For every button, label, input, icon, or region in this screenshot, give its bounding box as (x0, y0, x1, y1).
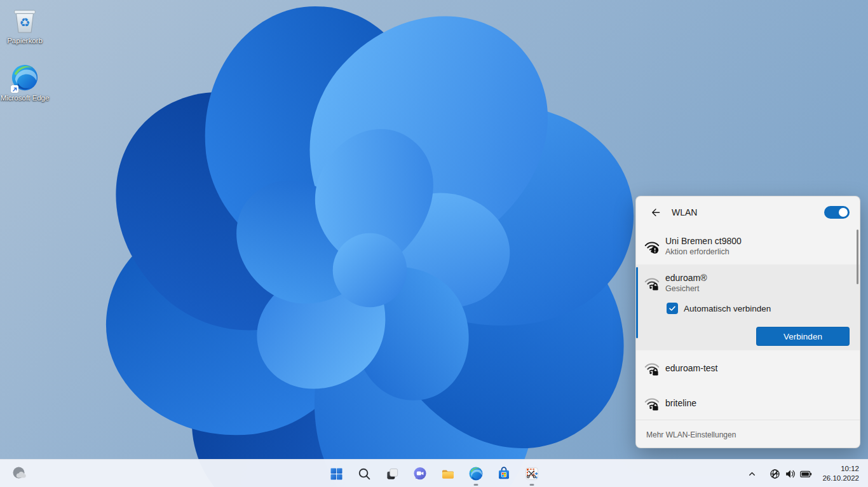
tray-overflow-button[interactable] (743, 465, 761, 483)
chat-button[interactable] (407, 461, 433, 486)
connect-button[interactable]: Verbinden (756, 327, 850, 346)
edge-icon (468, 466, 484, 481)
recycle-bin-icon: ♻ (10, 5, 40, 36)
back-arrow-icon (650, 207, 661, 218)
network-name: eduroam-test (665, 362, 717, 374)
network-name: Uni Bremen ct9800 (665, 235, 742, 247)
chat-icon (412, 466, 428, 481)
auto-connect-checkbox[interactable]: Automatisch verbinden (667, 303, 771, 314)
wifi-lock-icon (644, 395, 660, 411)
check-icon (668, 305, 676, 312)
network-status: Aktion erforderlich (665, 247, 742, 257)
quick-settings-button[interactable] (764, 464, 817, 483)
network-item-briteline[interactable]: briteline (636, 385, 860, 420)
search-icon (357, 467, 372, 481)
desktop-icon-label: Papierkorb (7, 37, 43, 45)
back-button[interactable] (646, 203, 664, 221)
desktop-icon-label: Microsoft Edge (1, 94, 50, 102)
svg-text:♻: ♻ (19, 15, 30, 30)
running-indicator (530, 484, 534, 486)
windows-logo-icon (329, 467, 344, 481)
clock[interactable]: 10:12 26.10.2022 (822, 464, 863, 483)
snipping-tool-button[interactable] (519, 461, 545, 486)
network-status: Gesichert (665, 284, 707, 294)
network-item-uni-bremen[interactable]: Uni Bremen ct9800 Aktion erforderlich (636, 228, 860, 264)
search-button[interactable] (351, 461, 377, 486)
clock-time: 10:12 (822, 464, 859, 474)
taskbar: 10:12 26.10.2022 (0, 459, 868, 487)
desktop-icon-recycle-bin[interactable]: ♻ Papierkorb (0, 5, 50, 45)
battery-icon (800, 469, 812, 479)
wlan-flyout-panel: WLAN Uni Bremen ct9800 Aktion erforderli… (635, 196, 860, 448)
panel-title: WLAN (672, 207, 697, 217)
wifi-toggle[interactable] (824, 206, 850, 219)
network-item-eduroam-test[interactable]: eduroam-test (636, 350, 860, 385)
panel-footer: Mehr WLAN-Einstellungen (636, 420, 860, 448)
edge-icon (10, 62, 40, 93)
shortcut-arrow-icon (11, 85, 18, 93)
store-button[interactable] (491, 461, 517, 486)
taskbar-center-icons (322, 460, 546, 487)
network-name: briteline (665, 397, 696, 409)
store-icon (496, 466, 512, 481)
no-internet-icon (770, 469, 780, 479)
wifi-lock-icon (644, 275, 660, 291)
snipping-tool-icon (524, 466, 539, 481)
task-view-icon (385, 467, 400, 481)
weather-icon (11, 465, 28, 482)
checkbox-box (667, 303, 678, 314)
selection-indicator (636, 267, 638, 338)
start-button[interactable] (323, 461, 349, 486)
toggle-knob (839, 208, 848, 217)
file-explorer-button[interactable] (435, 461, 461, 486)
panel-scrollbar[interactable] (857, 230, 858, 284)
running-indicator (474, 484, 478, 486)
auto-connect-label: Automatisch verbinden (684, 304, 771, 313)
network-name: eduroam® (665, 272, 707, 284)
wlan-panel-header: WLAN (636, 196, 860, 228)
task-view-button[interactable] (379, 461, 405, 486)
volume-icon (785, 469, 796, 479)
chevron-up-icon (747, 469, 757, 479)
clock-date: 26.10.2022 (822, 474, 859, 483)
desktop-icon-edge[interactable]: Microsoft Edge (0, 62, 50, 102)
widgets-button[interactable] (9, 464, 31, 483)
edge-taskbar-button[interactable] (463, 461, 489, 486)
folder-icon (440, 466, 456, 481)
system-tray: 10:12 26.10.2022 (743, 460, 863, 487)
wifi-lock-icon (644, 360, 660, 376)
wifi-warning-icon (644, 238, 660, 255)
more-wlan-settings-link[interactable]: Mehr WLAN-Einstellungen (646, 430, 736, 439)
network-item-eduroam[interactable]: eduroam® Gesichert Automatisch verbinden… (636, 264, 860, 350)
